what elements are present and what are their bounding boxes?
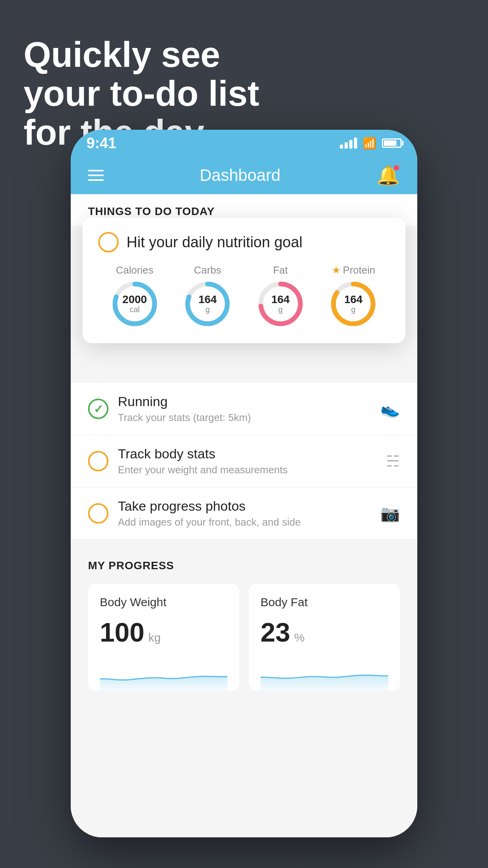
protein-donut: 164 g: [330, 280, 377, 327]
running-check-circle: ✓: [88, 399, 108, 419]
notification-dot: [393, 164, 400, 171]
body-fat-value: 23: [261, 617, 290, 647]
progress-cards: Body Weight 100 kg: [88, 584, 400, 691]
nutrition-check-circle[interactable]: [98, 232, 119, 252]
body-weight-unit: kg: [148, 631, 161, 644]
body-weight-title: Body Weight: [100, 596, 227, 609]
body-fat-sparkline: [261, 659, 388, 691]
status-time: 9:41: [86, 135, 116, 152]
photos-circle: [88, 503, 108, 524]
body-stats-circle: [88, 451, 108, 471]
menu-button[interactable]: [88, 170, 104, 181]
body-stats-title: Track body stats: [118, 446, 376, 462]
nutrition-circles: Calories 2000 cal Carbs: [98, 264, 390, 327]
body-fat-unit: %: [294, 631, 305, 644]
check-icon: ✓: [94, 402, 103, 416]
photos-subtitle: Add images of your front, back, and side: [118, 516, 371, 528]
star-icon: ★: [332, 264, 341, 276]
todo-item-body-stats[interactable]: Track body stats Enter your weight and m…: [71, 435, 417, 487]
protein-value: 164: [344, 294, 363, 305]
body-weight-value: 100: [100, 617, 144, 647]
todo-item-progress-photos[interactable]: Take progress photos Add images of your …: [71, 487, 417, 540]
body-weight-card[interactable]: Body Weight 100 kg: [88, 584, 239, 691]
nutrition-card-title: Hit your daily nutrition goal: [127, 234, 303, 251]
carbs-label: Carbs: [194, 264, 221, 276]
running-subtitle: Track your stats (target: 5km): [118, 412, 371, 424]
fat-item: Fat 164 g: [257, 264, 304, 327]
body-weight-sparkline: [100, 659, 227, 691]
photos-title: Take progress photos: [118, 498, 371, 514]
carbs-unit: g: [198, 305, 217, 314]
body-weight-value-row: 100 kg: [100, 617, 227, 647]
nutrition-card: Hit your daily nutrition goal Calories 2…: [83, 218, 405, 343]
photo-icon: 📷: [380, 504, 400, 523]
fat-label: Fat: [273, 264, 288, 276]
calories-value: 2000: [123, 294, 147, 305]
body-stats-text: Track body stats Enter your weight and m…: [118, 446, 376, 476]
status-icons: 📶: [340, 137, 402, 150]
wifi-icon: 📶: [363, 137, 376, 150]
content-area: THINGS TO DO TODAY Hit your daily nutrit…: [71, 194, 417, 837]
photos-text: Take progress photos Add images of your …: [118, 498, 371, 528]
battery-icon: [382, 138, 402, 148]
protein-label: ★ Protein: [332, 264, 375, 276]
signal-icon: [340, 138, 357, 149]
shoe-icon: 👟: [380, 400, 400, 418]
todo-list: ✓ Running Track your stats (target: 5km)…: [71, 383, 417, 540]
protein-unit: g: [344, 305, 363, 314]
fat-donut: 164 g: [257, 280, 304, 327]
calories-item: Calories 2000 cal: [111, 264, 158, 327]
running-title: Running: [118, 394, 371, 409]
protein-item: ★ Protein 164 g: [330, 264, 377, 327]
body-fat-title: Body Fat: [261, 596, 388, 609]
card-title-row: Hit your daily nutrition goal: [98, 232, 390, 252]
fat-unit: g: [271, 305, 290, 314]
body-fat-card[interactable]: Body Fat 23 %: [249, 584, 400, 691]
app-header: Dashboard 🔔: [71, 156, 417, 194]
scale-icon: ☵: [386, 452, 400, 470]
fat-value: 164: [271, 294, 290, 305]
header-title: Dashboard: [200, 166, 280, 185]
calories-label: Calories: [116, 264, 153, 276]
todo-item-running[interactable]: ✓ Running Track your stats (target: 5km)…: [71, 383, 417, 435]
carbs-value: 164: [198, 294, 217, 305]
progress-heading: MY PROGRESS: [88, 559, 400, 572]
notification-bell-button[interactable]: 🔔: [376, 164, 400, 186]
running-text: Running Track your stats (target: 5km): [118, 394, 371, 424]
calories-donut: 2000 cal: [111, 280, 158, 327]
body-fat-value-row: 23 %: [261, 617, 388, 647]
carbs-item: Carbs 164 g: [184, 264, 231, 327]
body-stats-subtitle: Enter your weight and measurements: [118, 464, 376, 476]
phone-frame: 9:41 📶 Dashboard 🔔 TH: [71, 130, 417, 837]
status-bar: 9:41 📶: [71, 130, 417, 156]
progress-section: MY PROGRESS Body Weight 100 kg: [71, 540, 417, 702]
calories-unit: cal: [123, 305, 147, 314]
carbs-donut: 164 g: [184, 280, 231, 327]
